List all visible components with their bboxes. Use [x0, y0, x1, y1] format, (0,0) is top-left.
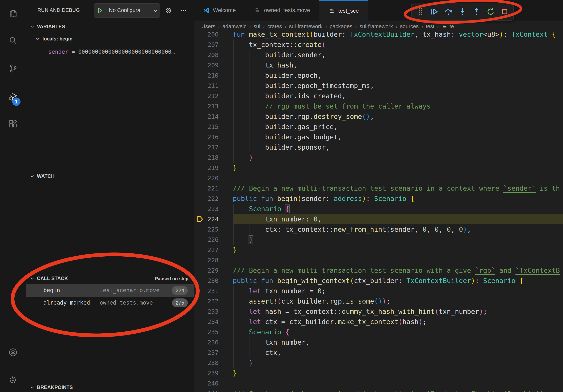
call-stack-frame[interactable]: already_markedowned_tests.move275: [26, 297, 194, 309]
line-number[interactable]: 230: [194, 275, 218, 286]
code-line-228[interactable]: 228: [194, 255, 563, 265]
breakpoints-section-header[interactable]: BREAKPOINTS: [26, 382, 194, 392]
ellipsis-icon[interactable]: [180, 7, 187, 14]
tab-welcome[interactable]: Welcome: [194, 0, 245, 21]
line-number[interactable]: 210: [194, 70, 218, 80]
line-number[interactable]: 233: [194, 306, 218, 317]
breadcrumb-item[interactable]: sources: [400, 24, 419, 30]
code-line-240[interactable]: 240: [194, 378, 563, 389]
code-line-232[interactable]: 232 assert!(ctx_builder.rgp.is_some());: [194, 296, 563, 306]
code-line-235[interactable]: 235 Scenario {: [194, 327, 563, 337]
drag-handle-button[interactable]: [414, 5, 426, 18]
code-line-214[interactable]: 214 builder.rgp.destroy_some(),: [194, 111, 563, 122]
gear-icon[interactable]: [165, 7, 172, 14]
line-number[interactable]: 237: [194, 347, 218, 358]
breadcrumb-item[interactable]: sui: [254, 24, 260, 30]
line-number[interactable]: 234: [194, 317, 218, 327]
line-number[interactable]: 223: [194, 204, 218, 214]
line-number[interactable]: 207: [194, 39, 218, 50]
code-line-227[interactable]: 227}: [194, 245, 563, 255]
code-line-209[interactable]: 209 tx_hash,: [194, 60, 563, 70]
code-line-234[interactable]: 234 let ctx = ctx_builder.make_tx_contex…: [194, 317, 563, 327]
line-number[interactable]: 239: [194, 368, 218, 378]
variables-scope-row[interactable]: locals: begin: [26, 34, 194, 44]
line-number[interactable]: 220: [194, 173, 218, 183]
code-line-233[interactable]: 233 let hash = tx_context::dummy_tx_hash…: [194, 306, 563, 317]
line-number[interactable]: 211: [194, 80, 218, 91]
line-number[interactable]: 226: [194, 235, 218, 245]
line-number[interactable]: 235: [194, 327, 218, 337]
call-stack-frame[interactable]: begintest_scenario.move224: [26, 284, 194, 297]
code-line-230[interactable]: 230public fun begin_with_context(ctx_bui…: [194, 275, 563, 286]
stop-button[interactable]: [499, 5, 511, 18]
line-number[interactable]: 212: [194, 91, 218, 101]
activitybar-source-control-button[interactable]: [0, 59, 26, 78]
line-number[interactable]: 241: [194, 389, 218, 392]
activitybar-search-button[interactable]: [0, 32, 26, 51]
breadcrumb-item[interactable]: adamwelc: [222, 24, 247, 30]
code-line-219[interactable]: 219}: [194, 163, 563, 173]
code-line-236[interactable]: 236 txn_number,: [194, 337, 563, 347]
code-line-239[interactable]: 239}: [194, 368, 563, 378]
code-line-238[interactable]: 238 }: [194, 358, 563, 368]
code-line-222[interactable]: 222public fun begin(sender: address): Sc…: [194, 194, 563, 204]
code-line-241[interactable]: 241/// Creates and shares system objects…: [194, 389, 563, 392]
debug-config-dropdown[interactable]: No Configura: [94, 3, 160, 18]
line-number[interactable]: 214: [194, 111, 218, 122]
debug-toolbar[interactable]: [411, 3, 514, 21]
breadcrumb-item[interactable]: Users: [201, 24, 215, 30]
breadcrumb-item[interactable]: packages: [330, 24, 353, 30]
variables-section-header[interactable]: VARIABLES: [26, 22, 194, 32]
code-line-216[interactable]: 216 builder.gas_budget,: [194, 132, 563, 142]
line-number[interactable]: 222: [194, 194, 218, 204]
line-number[interactable]: 238: [194, 358, 218, 368]
line-number[interactable]: 218: [194, 152, 218, 163]
code-editor[interactable]: 206fun make_tx_context(builder: TxContex…: [194, 0, 563, 392]
line-number[interactable]: 215: [194, 122, 218, 132]
step-out-button[interactable]: [471, 5, 483, 18]
line-number[interactable]: 219: [194, 163, 218, 173]
line-number[interactable]: 225: [194, 224, 218, 235]
code-line-213[interactable]: 213 // rgp must be set from the caller a…: [194, 101, 563, 111]
code-line-212[interactable]: 212 builder.ids_created,: [194, 91, 563, 101]
activitybar-account-button[interactable]: [0, 343, 26, 362]
code-line-215[interactable]: 215 builder.gas_price,: [194, 122, 563, 132]
code-line-218[interactable]: 218 ): [194, 152, 563, 163]
watch-section-header[interactable]: WATCH: [26, 171, 194, 181]
code-line-225[interactable]: 225 ctx: tx_context::new_from_hint(sende…: [194, 224, 563, 235]
line-number[interactable]: 209: [194, 60, 218, 70]
variable-row[interactable]: sender = 0000000000000000000000000000…: [26, 47, 194, 57]
breadcrumb-item[interactable]: sui-framework: [289, 24, 322, 30]
code-line-211[interactable]: 211 builder.epoch_timestamp_ms,: [194, 80, 563, 91]
activitybar-extensions-button[interactable]: [0, 115, 26, 134]
line-number[interactable]: 217: [194, 142, 218, 152]
code-line-223[interactable]: 223 Scenario {: [194, 204, 563, 214]
continue-button[interactable]: [428, 5, 440, 18]
line-number[interactable]: 231: [194, 286, 218, 296]
code-line-217[interactable]: 217 builder.sponsor,: [194, 142, 563, 152]
start-debugging-icon[interactable]: [96, 7, 104, 14]
code-line-231[interactable]: 231 let txn_number = 0;: [194, 286, 563, 296]
breadcrumb-item[interactable]: te: [449, 24, 454, 30]
line-number[interactable]: 216: [194, 132, 218, 142]
tab-test-sce[interactable]: test_sce: [319, 0, 368, 21]
line-number[interactable]: 232: [194, 296, 218, 306]
line-number[interactable]: 229: [194, 265, 218, 275]
code-line-237[interactable]: 237 ctx,: [194, 347, 563, 358]
activitybar-run-and-debug-button[interactable]: 1: [0, 88, 26, 107]
step-into-button[interactable]: [457, 5, 469, 18]
line-number[interactable]: 208: [194, 50, 218, 60]
code-line-210[interactable]: 210 builder.epoch,: [194, 70, 563, 80]
code-line-208[interactable]: 208 builder.sender,: [194, 50, 563, 60]
activitybar-explorer-button[interactable]: [0, 4, 26, 23]
breadcrumb-item[interactable]: test: [426, 24, 434, 30]
call-stack-section-header[interactable]: CALL STACK Paused on step: [26, 274, 194, 283]
code-line-224[interactable]: 224 txn_number: 0,: [194, 214, 563, 224]
code-line-229[interactable]: 229/// Begin a new multi-transaction tes…: [194, 265, 563, 275]
step-over-button[interactable]: [442, 5, 455, 18]
tab-owned-tests-move[interactable]: owned_tests.move: [245, 0, 319, 21]
code-line-221[interactable]: 221/// Begin a new multi-transaction tes…: [194, 183, 563, 194]
breadcrumb-item[interactable]: crates: [268, 24, 282, 30]
code-line-220[interactable]: 220: [194, 173, 563, 183]
line-number[interactable]: 213: [194, 101, 218, 111]
